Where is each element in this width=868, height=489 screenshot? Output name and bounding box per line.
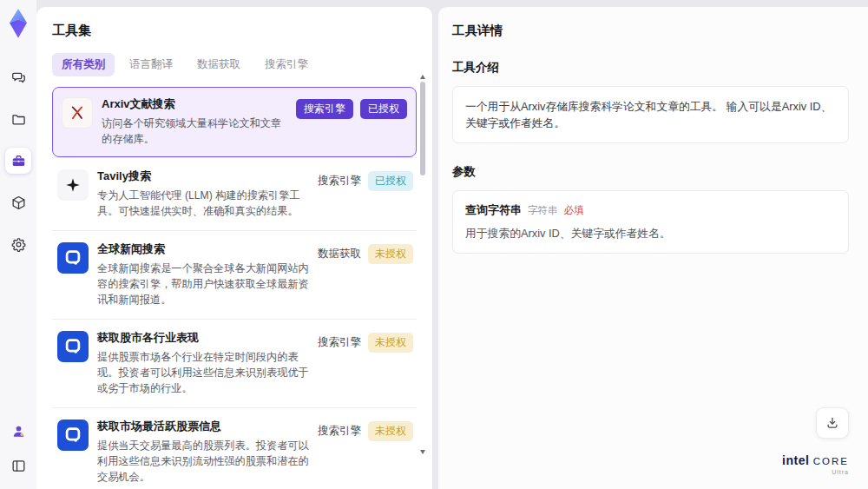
scrollbar-thumb[interactable] — [420, 82, 425, 175]
tools-title: 工具集 — [52, 23, 417, 39]
tool-name: Tavily搜索 — [97, 169, 309, 184]
intro-text: 一个用于从Arxiv存储库搜索科学论文和文章的工具。 输入可以是Arxiv ID… — [465, 98, 836, 131]
blueapp-icon — [57, 242, 89, 274]
briefcase-icon — [10, 153, 27, 169]
category-label: 搜索引擎 — [318, 335, 361, 350]
intro-box: 一个用于从Arxiv存储库搜索科学论文和文章的工具。 输入可以是Arxiv ID… — [452, 86, 849, 143]
tab-category-1[interactable]: 语言翻译 — [120, 53, 182, 76]
status-badge: 未授权 — [368, 244, 413, 264]
status-badge: 已授权 — [368, 171, 413, 191]
tool-badges: 搜索引擎未授权 — [318, 333, 413, 353]
tool-badges: 搜索引擎已授权 — [296, 99, 407, 119]
tool-card[interactable]: 获取股市各行业表现提供股票市场各个行业在特定时间段内的表现。投资者可以利用这些信… — [52, 319, 417, 407]
sidebar-item-settings[interactable] — [5, 231, 31, 257]
arxiv-icon — [62, 97, 93, 129]
tool-description: 全球新闻搜索是一个聚合全球各大新闻网站内容的搜索引擎，帮助用户快速获取全球最新资… — [97, 261, 309, 307]
tool-description: 提供当天交易量最高的股票列表。投资者可以利用这些信息来识别流动性强的股票和潜在的… — [97, 438, 309, 485]
status-badge: 未授权 — [368, 333, 413, 353]
cube-icon — [10, 195, 27, 211]
tool-info: Tavily搜索专为人工智能代理 (LLM) 构建的搜索引擎工具。可快速提供实时… — [97, 169, 309, 219]
tool-card[interactable]: 获取市场最活跃股票信息提供当天交易量最高的股票列表。投资者可以利用这些信息来识别… — [52, 407, 417, 489]
gear-icon — [10, 236, 27, 253]
tool-description: 专为人工智能代理 (LLM) 构建的搜索引擎工具。可快速提供实时、准确和真实的结… — [97, 188, 309, 219]
sidebar-item-user[interactable] — [5, 418, 31, 444]
param-type: 字符串 — [528, 204, 558, 217]
tool-name: 获取股市各行业表现 — [97, 331, 309, 346]
panel-toggle-icon — [10, 458, 27, 474]
scrollbar[interactable] — [419, 75, 426, 454]
status-badge: 未授权 — [368, 421, 413, 441]
app-logo-icon — [5, 9, 31, 38]
scroll-up-icon[interactable] — [420, 75, 425, 79]
category-label: 搜索引擎 — [318, 174, 361, 188]
tool-info: 全球新闻搜索全球新闻搜索是一个聚合全球各大新闻网站内容的搜索引擎，帮助用户快速获… — [97, 242, 309, 307]
tool-list: Arxiv文献搜索访问各个研究领域大量科学论文和文章的存储库。搜索引擎已授权Ta… — [52, 87, 417, 489]
category-label: 搜索引擎 — [318, 424, 361, 439]
tool-card-selected[interactable]: Arxiv文献搜索访问各个研究领域大量科学论文和文章的存储库。搜索引擎已授权 — [52, 87, 417, 157]
sidebar-item-tools[interactable] — [5, 148, 31, 174]
tab-category-0[interactable]: 所有类别 — [52, 53, 115, 76]
tool-badges: 数据获取未授权 — [318, 244, 413, 264]
tool-info: Arxiv文献搜索访问各个研究领域大量科学论文和文章的存储库。 — [102, 97, 287, 147]
detail-title: 工具详情 — [452, 23, 849, 39]
scroll-down-icon[interactable] — [420, 450, 425, 454]
tool-card[interactable]: Tavily搜索专为人工智能代理 (LLM) 构建的搜索引擎工具。可快速提供实时… — [52, 157, 417, 230]
param-header: 查询字符串 字符串 必填 — [465, 202, 836, 218]
param-box: 查询字符串 字符串 必填 用于搜索的Arxiv ID、关键字或作者姓名。 — [452, 190, 849, 254]
category-badge: 搜索引擎 — [296, 99, 353, 119]
tool-name: 获取市场最活跃股票信息 — [97, 420, 309, 434]
blueapp-icon — [57, 331, 89, 362]
sidebar-item-collapse[interactable] — [5, 453, 31, 479]
tool-info: 获取股市各行业表现提供股票市场各个行业在特定时间段内的表现。投资者可以利用这些信… — [97, 331, 309, 396]
rail-nav — [5, 64, 31, 257]
param-name: 查询字符串 — [465, 202, 522, 218]
intel-core-logo: intel CORE Ultra — [782, 453, 849, 475]
user-icon — [10, 423, 27, 439]
intel-wordmark: intel — [782, 453, 809, 467]
tool-name: 全球新闻搜索 — [97, 242, 309, 257]
tool-description: 提供股票市场各个行业在特定时间段内的表现。投资者可以利用这些信息来识别表现优于或… — [97, 349, 309, 396]
param-desc: 用于搜索的Arxiv ID、关键字或作者姓名。 — [465, 227, 836, 241]
rail-bottom — [5, 418, 31, 479]
intro-heading: 工具介绍 — [452, 60, 849, 76]
tool-description: 访问各个研究领域大量科学论文和文章的存储库。 — [102, 116, 287, 147]
ultra-label: Ultra — [782, 469, 849, 475]
tool-card[interactable]: 全球新闻搜索全球新闻搜索是一个聚合全球各大新闻网站内容的搜索引擎，帮助用户快速获… — [52, 230, 417, 319]
sidebar-item-plugins[interactable] — [5, 189, 31, 215]
tools-panel: 工具集 所有类别语言翻译数据获取搜索引擎 Arxiv文献搜索访问各个研究领域大量… — [36, 7, 432, 489]
tool-badges: 搜索引擎已授权 — [318, 171, 413, 191]
icon-rail — [0, 0, 36, 489]
core-wordmark: CORE — [813, 456, 849, 466]
tab-category-3[interactable]: 搜索引擎 — [255, 53, 318, 76]
tavily-icon — [57, 169, 89, 201]
tool-info: 获取市场最活跃股票信息提供当天交易量最高的股票列表。投资者可以利用这些信息来识别… — [97, 420, 309, 485]
folder-icon — [10, 111, 27, 128]
sidebar-item-chat[interactable] — [5, 64, 31, 90]
category-label: 数据获取 — [318, 247, 361, 261]
tab-category-2[interactable]: 数据获取 — [187, 53, 250, 76]
detail-panel: 工具详情 工具介绍 一个用于从Arxiv存储库搜索科学论文和文章的工具。 输入可… — [438, 7, 868, 489]
download-button[interactable] — [816, 407, 849, 439]
param-required-badge: 必填 — [564, 204, 584, 217]
params-heading: 参数 — [452, 164, 849, 180]
download-icon — [825, 415, 840, 431]
tool-name: Arxiv文献搜索 — [102, 97, 287, 112]
sidebar-item-files[interactable] — [5, 106, 31, 132]
chat-icon — [10, 69, 27, 86]
status-badge: 已授权 — [360, 99, 407, 119]
category-tabs: 所有类别语言翻译数据获取搜索引擎 — [52, 53, 417, 76]
blueapp-icon — [57, 420, 89, 451]
tool-badges: 搜索引擎未授权 — [318, 421, 413, 441]
